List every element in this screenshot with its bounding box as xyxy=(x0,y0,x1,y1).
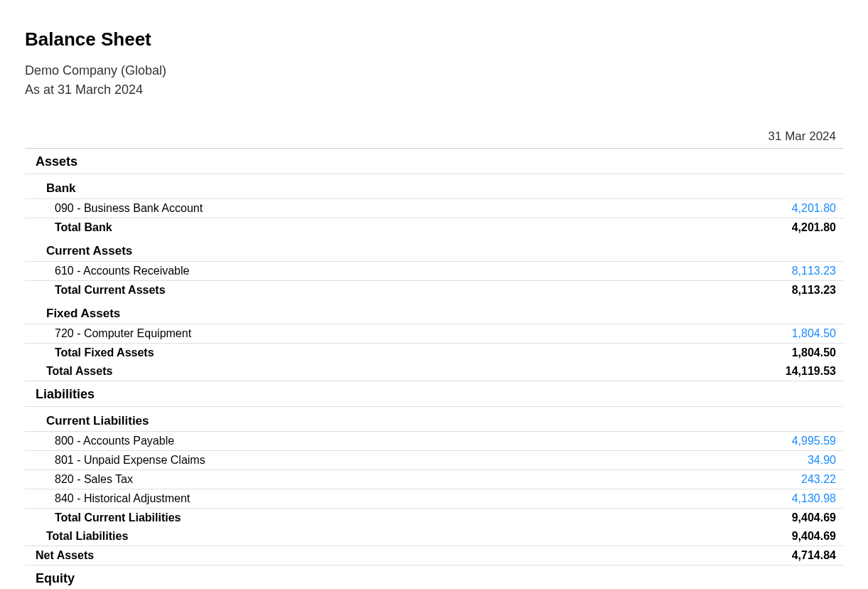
total-bank-label: Total Bank xyxy=(25,218,715,238)
bank-heading: Bank xyxy=(25,174,715,199)
total-fixed-assets-value: 1,804.50 xyxy=(715,344,843,363)
assets-heading: Assets xyxy=(25,149,715,174)
liabilities-heading: Liabilities xyxy=(25,381,715,407)
as-at-date: As at 31 March 2024 xyxy=(25,83,843,97)
column-date-header: 31 Mar 2024 xyxy=(715,126,843,149)
net-assets-label: Net Assets xyxy=(25,546,715,566)
total-current-assets-label: Total Current Assets xyxy=(25,281,715,300)
unpaid-expense-claims-label: 801 - Unpaid Expense Claims xyxy=(25,451,715,470)
bank-line-label: 090 - Business Bank Account xyxy=(25,199,715,218)
total-bank-value: 4,201.80 xyxy=(715,218,843,238)
unpaid-expense-claims-value-link[interactable]: 34.90 xyxy=(808,454,836,466)
current-liabilities-heading: Current Liabilities xyxy=(25,407,715,432)
sales-tax-label: 820 - Sales Tax xyxy=(25,470,715,489)
total-assets-label: Total Assets xyxy=(25,362,715,381)
sales-tax-value-link[interactable]: 243.22 xyxy=(801,473,836,485)
accounts-receivable-label: 610 - Accounts Receivable xyxy=(25,262,715,281)
net-assets-value: 4,714.84 xyxy=(715,546,843,566)
report-title: Balance Sheet xyxy=(25,28,843,51)
total-assets-value: 14,119.53 xyxy=(715,362,843,381)
total-liabilities-label: Total Liabilities xyxy=(25,527,715,546)
company-name: Demo Company (Global) xyxy=(25,63,843,78)
total-current-assets-value: 8,113.23 xyxy=(715,281,843,300)
equity-heading: Equity xyxy=(25,566,715,590)
total-current-liabilities-label: Total Current Liabilities xyxy=(25,509,715,528)
historical-adjustment-value-link[interactable]: 4,130.98 xyxy=(792,492,836,504)
computer-equipment-value-link[interactable]: 1,804.50 xyxy=(792,327,836,339)
current-assets-heading: Current Assets xyxy=(25,237,715,262)
total-liabilities-value: 9,404.69 xyxy=(715,527,843,546)
fixed-assets-heading: Fixed Assets xyxy=(25,299,715,324)
accounts-payable-label: 800 - Accounts Payable xyxy=(25,432,715,451)
total-fixed-assets-label: Total Fixed Assets xyxy=(25,344,715,363)
bank-line-value-link[interactable]: 4,201.80 xyxy=(792,202,836,214)
total-current-liabilities-value: 9,404.69 xyxy=(715,509,843,528)
balance-sheet-table: 31 Mar 2024 Assets Bank 090 - Business B… xyxy=(25,126,843,589)
accounts-payable-value-link[interactable]: 4,995.59 xyxy=(792,435,836,447)
computer-equipment-label: 720 - Computer Equipment xyxy=(25,324,715,344)
historical-adjustment-label: 840 - Historical Adjustment xyxy=(25,489,715,509)
accounts-receivable-value-link[interactable]: 8,113.23 xyxy=(792,265,836,277)
